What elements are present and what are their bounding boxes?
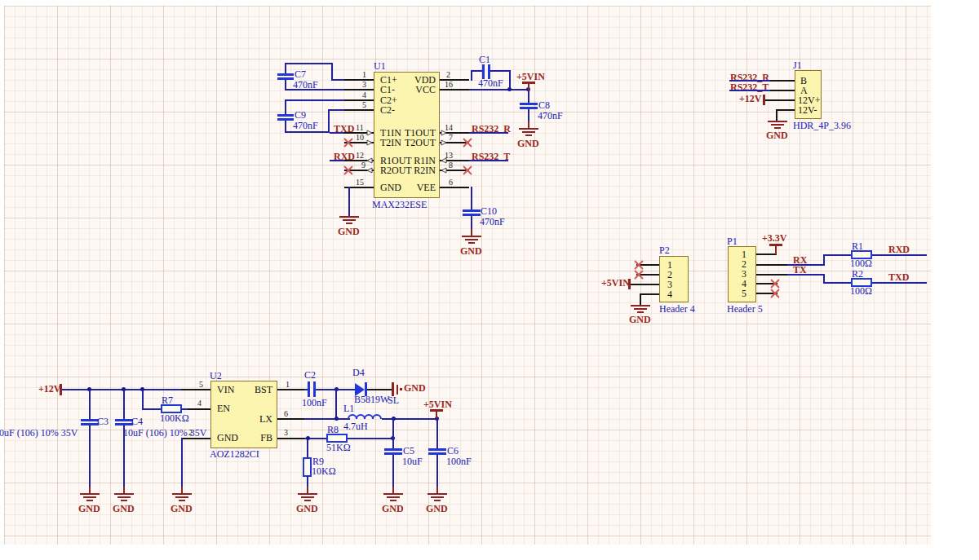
r8-ref[interactable]: R8 (327, 425, 339, 435)
gnd-symbol[interactable] (427, 493, 447, 503)
d4-ref[interactable]: D4 (352, 368, 365, 378)
wire[interactable] (331, 63, 333, 81)
gnd-label[interactable]: GND (766, 130, 788, 141)
wire[interactable] (89, 390, 91, 420)
c3-value[interactable]: 10uF (106) 10% 35V (0, 428, 78, 439)
wire[interactable] (471, 187, 472, 210)
c6-capacitor[interactable] (428, 448, 446, 451)
c3-ref[interactable]: C3 (97, 417, 109, 427)
wire[interactable] (285, 63, 333, 64)
j1-ref[interactable]: J1 (793, 60, 802, 71)
u1-ref[interactable]: U1 (374, 61, 386, 72)
c7-capacitor[interactable] (277, 73, 294, 76)
wire[interactable] (328, 109, 330, 133)
wire[interactable] (285, 101, 286, 114)
gnd-symbol[interactable] (114, 493, 134, 503)
wire[interactable] (776, 109, 777, 121)
gnd-label[interactable]: GND (171, 504, 193, 514)
l1-value[interactable]: 4.7uH (343, 421, 368, 432)
pin[interactable] (181, 438, 210, 439)
wire[interactable] (469, 160, 508, 161)
pin[interactable] (344, 109, 374, 111)
wire[interactable] (331, 79, 344, 81)
wire[interactable] (123, 426, 125, 487)
c9-value[interactable]: 470nF (293, 121, 318, 131)
d4-suffix[interactable]: SL (388, 395, 399, 406)
power-port-12v[interactable]: +12V (38, 384, 61, 395)
gnd-symbol[interactable] (172, 493, 192, 503)
wire[interactable] (469, 89, 529, 90)
r2-value[interactable]: 100Ω (850, 286, 872, 297)
c1-value[interactable]: 470nF (478, 78, 503, 89)
wire[interactable] (142, 408, 162, 410)
wire[interactable] (307, 476, 308, 487)
gnd-label[interactable]: GND (460, 246, 482, 257)
no-connect-x[interactable] (770, 279, 780, 289)
wire[interactable] (392, 455, 394, 487)
power-port-3v3[interactable]: +3.3V (762, 233, 787, 244)
pin[interactable] (440, 89, 469, 90)
c9-capacitor[interactable] (277, 114, 294, 117)
wire[interactable] (392, 418, 394, 449)
u1-part[interactable]: MAX232ESE (372, 200, 427, 210)
gnd-symbol[interactable] (383, 493, 403, 503)
wire[interactable] (348, 187, 350, 216)
u2-ref[interactable]: U2 (210, 371, 222, 381)
wire[interactable] (471, 216, 472, 229)
p1-ref[interactable]: P1 (727, 236, 738, 247)
gnd-label[interactable]: GND (426, 504, 448, 514)
c8-capacitor[interactable] (520, 103, 538, 105)
gnd-symbol[interactable] (462, 236, 481, 245)
c5-value[interactable]: 10uF (402, 456, 423, 467)
gnd-symbol[interactable] (80, 493, 100, 503)
gnd-bar-symbol[interactable] (392, 382, 394, 396)
power-port-5vin[interactable]: +5VIN (601, 278, 630, 289)
c10-capacitor[interactable] (463, 209, 481, 212)
c2-ref[interactable]: C2 (304, 370, 316, 381)
pin[interactable] (777, 109, 795, 111)
wire[interactable] (285, 99, 344, 101)
d4-value[interactable]: B5819W (354, 395, 389, 405)
wire[interactable] (823, 254, 825, 266)
wire[interactable] (336, 389, 356, 390)
wire[interactable] (640, 293, 641, 305)
wire[interactable] (825, 254, 853, 256)
wire[interactable] (285, 131, 330, 133)
c2-capacitor[interactable] (308, 381, 310, 397)
u2-part[interactable]: AOZ1282CI (210, 449, 259, 460)
pin[interactable] (344, 99, 374, 101)
pin[interactable] (188, 408, 210, 410)
wire[interactable] (471, 70, 483, 72)
wire[interactable] (490, 70, 511, 72)
l1-ref[interactable]: L1 (343, 403, 354, 414)
pin[interactable] (277, 389, 305, 390)
wire[interactable] (787, 264, 825, 266)
c8-value[interactable]: 470nF (538, 111, 563, 121)
c4-capacitor[interactable] (115, 419, 133, 421)
r7-value[interactable]: 100KΩ (160, 413, 189, 424)
gnd-label[interactable]: GND (78, 504, 100, 514)
wire[interactable] (89, 426, 91, 487)
no-connect-x[interactable] (634, 260, 644, 270)
pin[interactable] (181, 389, 210, 390)
pin[interactable] (277, 418, 305, 420)
wire[interactable] (181, 438, 183, 487)
power-port-12v[interactable]: +12V (739, 94, 762, 104)
gnd-label[interactable]: GND (629, 315, 651, 325)
wire[interactable] (330, 132, 344, 134)
wire[interactable] (436, 418, 438, 449)
gnd-symbol[interactable] (298, 493, 317, 503)
wire[interactable] (328, 109, 344, 111)
gnd-label[interactable]: GND (517, 139, 539, 149)
wire[interactable] (123, 390, 125, 420)
c6-value[interactable]: 100nF (446, 456, 472, 467)
no-connect-x[interactable] (343, 165, 353, 175)
wire[interactable] (348, 438, 393, 439)
pin[interactable] (277, 438, 305, 439)
wire[interactable] (528, 90, 529, 104)
wire[interactable] (285, 89, 344, 90)
no-connect-x[interactable] (343, 138, 353, 148)
wire[interactable] (469, 132, 508, 134)
wire[interactable] (335, 389, 337, 420)
gnd-label[interactable]: GND (404, 383, 426, 394)
